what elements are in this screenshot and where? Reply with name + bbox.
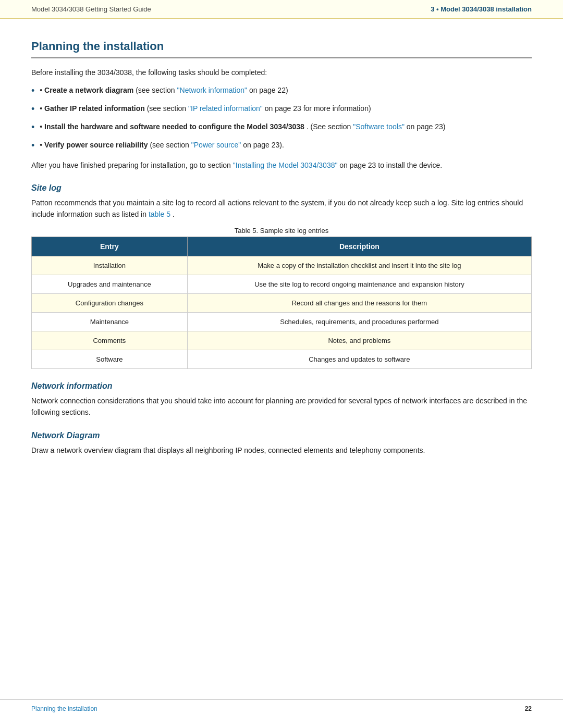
power-source-link[interactable]: "Power source" — [191, 141, 241, 149]
table-header-entry: Entry — [32, 237, 188, 256]
bullet-1-normal: (see section — [136, 86, 177, 94]
table-row: SoftwareChanges and updates to software — [32, 350, 532, 368]
site-log-heading: Site log — [31, 183, 532, 193]
bullet-3-content: Install the hardware and software needed… — [44, 121, 445, 132]
bullet-marker: • — [40, 103, 44, 114]
bullet-3-after: on page 23) — [407, 122, 446, 131]
after-bullets-text: After you have finished preparing for in… — [31, 161, 233, 169]
site-log-body-text: Patton recommends that you maintain a si… — [31, 199, 523, 218]
table-row: CommentsNotes, and problems — [32, 331, 532, 350]
network-diagram-body: Draw a network overview diagram that dis… — [31, 445, 532, 456]
footer-left: Planning the installation — [31, 705, 97, 712]
header-right: 3 • Model 3034/3038 installation — [431, 5, 532, 13]
bullet-1-bold: Create a network diagram — [44, 86, 133, 94]
bullet-2-after: on page 23 for more information) — [265, 104, 371, 113]
table-cell-entry: Upgrades and maintenance — [32, 275, 188, 293]
bullet-2-normal: (see section — [147, 104, 188, 113]
table-header-row: Entry Description — [32, 237, 532, 256]
intro-text: Before installing the 3034/3038, the fol… — [31, 68, 267, 77]
table-row: InstallationMake a copy of the installat… — [32, 256, 532, 275]
bullet-1: • Create a network diagram (see section … — [31, 84, 532, 98]
bullet-4: • Verify power source reliability (see s… — [31, 139, 532, 153]
site-log-table: Entry Description InstallationMake a cop… — [31, 237, 532, 369]
bullet-1-after: on page 22) — [249, 86, 288, 94]
table-cell-entry: Configuration changes — [32, 293, 188, 312]
table-row: Upgrades and maintenanceUse the site log… — [32, 275, 532, 293]
bullet-3: • Install the hardware and software need… — [31, 121, 532, 135]
header: Model 3034/3038 Getting Started Guide 3 … — [0, 0, 563, 19]
table-cell-description: Record all changes and the reasons for t… — [187, 293, 531, 312]
table-row: Configuration changesRecord all changes … — [32, 293, 532, 312]
table-cell-entry: Software — [32, 350, 188, 368]
network-information-heading: Network information — [31, 381, 532, 391]
table-cell-description: Notes, and problems — [187, 331, 531, 350]
table-cell-entry: Installation — [32, 256, 188, 275]
main-content: Planning the installation Before install… — [0, 19, 563, 504]
table5-link[interactable]: table 5 — [149, 210, 170, 218]
bullet-4-content: Verify power source reliability (see sec… — [44, 139, 284, 151]
table-row: MaintenanceSchedules, requirements, and … — [32, 312, 532, 331]
site-log-body: Patton recommends that you maintain a si… — [31, 197, 532, 220]
bullet-marker: • — [40, 84, 44, 96]
table-caption: Table 5. Sample site log entries — [31, 227, 532, 235]
table-header-description: Description — [187, 237, 531, 256]
table-body: InstallationMake a copy of the installat… — [32, 256, 532, 368]
network-diagram-heading: Network Diagram — [31, 431, 532, 440]
bullet-4-normal: (see section — [150, 141, 191, 149]
ip-info-link[interactable]: "IP related information" — [188, 104, 263, 113]
bullet-3-bold: Install the hardware and software needed… — [44, 122, 304, 131]
bullet-2: • Gather IP related information (see sec… — [31, 103, 532, 117]
bullet-2-content: Gather IP related information (see secti… — [44, 103, 371, 114]
software-tools-link[interactable]: "Software tools" — [353, 122, 405, 131]
page-title: Planning the installation — [31, 40, 532, 58]
bullet-2-bold: Gather IP related information — [44, 104, 145, 113]
bullet-1-content: Create a network diagram (see section "N… — [44, 84, 288, 96]
bullet-4-after: on page 23). — [243, 141, 284, 149]
site-log-body-end: . — [173, 210, 175, 218]
bullet-list: • Create a network diagram (see section … — [31, 84, 532, 153]
installing-model-link[interactable]: "Installing the Model 3034/3038" — [233, 161, 338, 169]
network-information-body: Network connection considerations that y… — [31, 395, 532, 418]
network-info-link[interactable]: "Network information" — [177, 86, 247, 94]
after-bullets-end: on page 23 to install the device. — [339, 161, 442, 169]
bullet-4-bold: Verify power source reliability — [44, 141, 148, 149]
bullet-3-normal: . (See section — [307, 122, 353, 131]
intro-paragraph: Before installing the 3034/3038, the fol… — [31, 67, 532, 78]
footer: Planning the installation 22 — [0, 699, 563, 712]
after-bullets-paragraph: After you have finished preparing for in… — [31, 159, 532, 171]
table-cell-entry: Comments — [32, 331, 188, 350]
bullet-marker: • — [40, 139, 44, 151]
table-cell-description: Use the site log to record ongoing maint… — [187, 275, 531, 293]
footer-right: 22 — [525, 705, 532, 712]
table-cell-entry: Maintenance — [32, 312, 188, 331]
bullet-marker: • — [40, 121, 44, 132]
header-left: Model 3034/3038 Getting Started Guide — [31, 5, 151, 13]
table-cell-description: Changes and updates to software — [187, 350, 531, 368]
table-cell-description: Make a copy of the installation checklis… — [187, 256, 531, 275]
table-cell-description: Schedules, requirements, and procedures … — [187, 312, 531, 331]
